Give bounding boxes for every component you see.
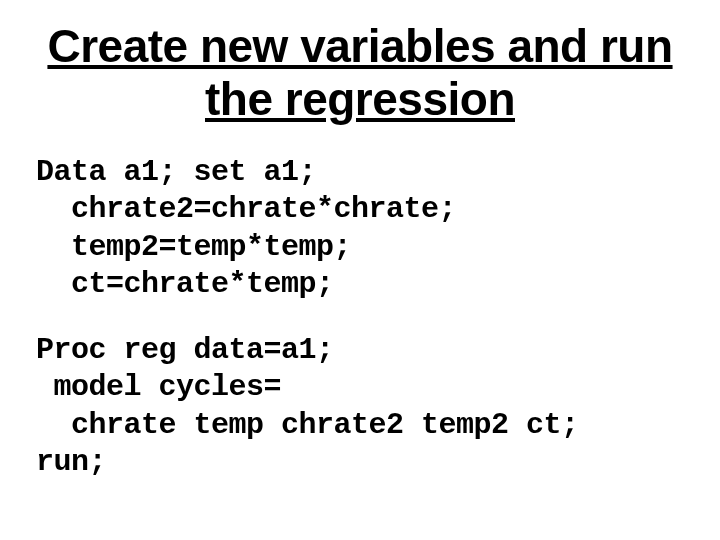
- spacer: [36, 304, 684, 332]
- code-line: chrate temp chrate2 temp2 ct;: [36, 408, 579, 442]
- code-line: chrate2=chrate*chrate;: [36, 192, 456, 226]
- code-line: Data a1; set a1;: [36, 155, 316, 189]
- code-line: ct=chrate*temp;: [36, 267, 334, 301]
- slide-title: Create new variables and run the regress…: [36, 20, 684, 126]
- code-line: temp2=temp*temp;: [36, 230, 351, 264]
- code-block-data-step: Data a1; set a1; chrate2=chrate*chrate; …: [36, 154, 684, 304]
- code-line: model cycles=: [36, 370, 281, 404]
- code-line: Proc reg data=a1;: [36, 333, 334, 367]
- code-block-proc-reg: Proc reg data=a1; model cycles= chrate t…: [36, 332, 684, 482]
- code-line: run;: [36, 445, 106, 479]
